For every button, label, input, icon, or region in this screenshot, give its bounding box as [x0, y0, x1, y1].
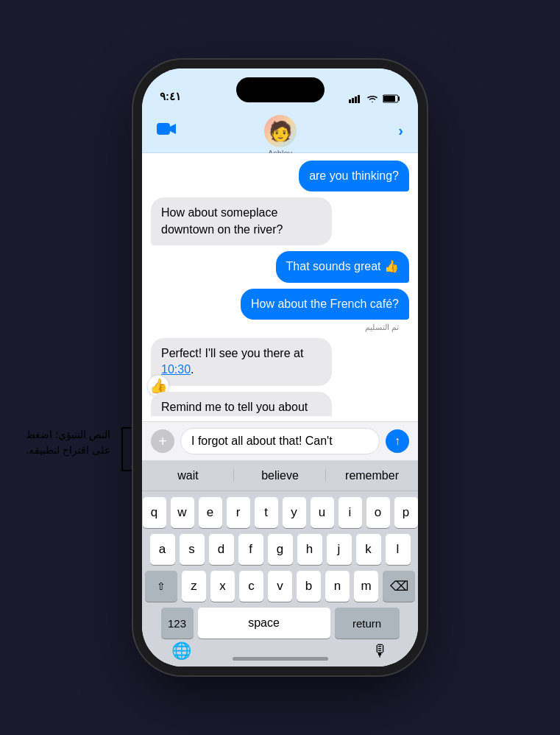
key-b[interactable]: b [297, 571, 321, 602]
keyboard-row-3: ⇧ z x c v b n m ⌫ [145, 571, 415, 602]
key-v[interactable]: v [268, 571, 292, 602]
space-key[interactable]: space [198, 608, 330, 639]
key-z[interactable]: z [182, 571, 206, 602]
battery-icon [383, 94, 400, 103]
message-bubble-remind: Remind me to tell you about our trip to … [151, 392, 332, 416]
add-icon: + [158, 433, 167, 450]
message-row: Remind me to tell you about our trip to … [151, 392, 409, 416]
annotation-label: النص التنبؤي؛ اضغط على اقتراح لتطبيقه. [26, 429, 110, 456]
key-m[interactable]: m [354, 571, 378, 602]
key-j[interactable]: j [327, 534, 352, 565]
key-l[interactable]: l [386, 534, 411, 565]
input-area: + I forgot all about that! Can't ↑ [142, 421, 418, 460]
message-text: Perfect! I'll see you there at 10:30. [161, 347, 303, 376]
message-bubble-perfect: Perfect! I'll see you there at 10:30. 👍 [151, 338, 332, 386]
message-row: That sounds great 👍 [151, 251, 409, 282]
annotation-text: النص التنبؤي؛ اضغط على اقتراح لتطبيقه. [15, 427, 110, 458]
status-time: ٩:٤١ [160, 90, 181, 103]
svg-rect-2 [355, 96, 357, 103]
home-indicator [233, 657, 328, 661]
key-e[interactable]: e [199, 497, 222, 528]
input-text: I forgot all about that! Can't [191, 435, 333, 447]
info-chevron[interactable]: › [398, 122, 403, 139]
key-x[interactable]: x [210, 571, 235, 602]
message-row: How about someplace downtown on the rive… [151, 197, 409, 245]
key-p[interactable]: p [394, 497, 418, 528]
mic-key[interactable]: 🎙 [372, 641, 389, 661]
send-icon: ↑ [394, 435, 400, 448]
delivered-status: تم التسليم [151, 323, 409, 332]
message-row: are you thinking? [151, 161, 409, 191]
svg-rect-0 [349, 99, 351, 103]
key-y[interactable]: y [283, 497, 306, 528]
message-text: are you thinking? [309, 169, 399, 182]
keyboard-row-4: 123 space return [145, 608, 415, 639]
key-k[interactable]: k [356, 534, 381, 565]
message-text: How about someplace downtown on the rive… [161, 206, 283, 235]
message-row: Perfect! I'll see you there at 10:30. 👍 [151, 338, 409, 386]
emoji-key[interactable]: 🌐 [171, 641, 191, 661]
message-bubble-outgoing: are you thinking? [299, 161, 409, 191]
keyboard-row-1: q w e r t y u i o p [145, 497, 415, 528]
signal-icon [349, 94, 362, 103]
numbers-key[interactable]: 123 [161, 608, 194, 639]
add-attachment-button[interactable]: + [151, 429, 174, 453]
delete-key[interactable]: ⌫ [383, 571, 415, 602]
key-d[interactable]: d [209, 534, 234, 565]
status-icons [349, 94, 400, 103]
key-a[interactable]: a [150, 534, 175, 565]
phone-frame: ٩:٤١ [142, 68, 418, 667]
contact-header[interactable]: 🧑 Ashley [264, 115, 297, 158]
key-n[interactable]: n [325, 571, 350, 602]
keyboard-bottom-bar: 🌐 🎙 [142, 641, 418, 667]
key-q[interactable]: q [143, 497, 166, 528]
message-bubble-outgoing-sounds-great: That sounds great 👍 [276, 251, 409, 282]
key-h[interactable]: h [297, 534, 322, 565]
key-c[interactable]: c [239, 571, 263, 602]
predictive-word-3[interactable]: remember [326, 463, 418, 488]
key-r[interactable]: r [227, 497, 250, 528]
svg-rect-6 [157, 123, 170, 135]
message-input[interactable]: I forgot all about that! Can't [180, 428, 380, 454]
video-call-button[interactable] [157, 122, 177, 141]
keyboard-row-2: a s d f g h j k l [145, 534, 415, 565]
key-f[interactable]: f [238, 534, 263, 565]
key-i[interactable]: i [339, 497, 362, 528]
message-text: How about the French café? [251, 298, 399, 310]
return-key[interactable]: return [335, 608, 400, 639]
shift-key[interactable]: ⇧ [145, 571, 177, 602]
messages-area: are you thinking? How about someplace do… [142, 153, 418, 416]
key-o[interactable]: o [366, 497, 390, 528]
message-text: Remind me to tell you about our trip to … [161, 401, 308, 416]
key-u[interactable]: u [311, 497, 334, 528]
time-link[interactable]: 10:30 [161, 363, 191, 376]
svg-rect-1 [352, 98, 354, 103]
key-g[interactable]: g [268, 534, 293, 565]
predictive-word-1[interactable]: wait [142, 463, 234, 488]
send-button[interactable]: ↑ [386, 429, 409, 453]
message-bubble-outgoing-cafe: How about the French café? [241, 289, 409, 320]
message-text: That sounds great 👍 [286, 260, 399, 272]
dynamic-island [236, 77, 325, 102]
message-header: 🧑 Ashley › [142, 109, 418, 153]
scene: النص التنبؤي؛ اضغط على اقتراح لتطبيقه. ٩… [0, 0, 560, 735]
predictive-bar: wait believe remember [142, 460, 418, 491]
predictive-word-2[interactable]: believe [234, 463, 326, 488]
wifi-icon [366, 94, 378, 103]
key-w[interactable]: w [171, 497, 194, 528]
annotation-bracket [121, 427, 136, 471]
key-s[interactable]: s [180, 534, 205, 565]
message-row: How about the French café? [151, 289, 409, 320]
svg-rect-3 [358, 95, 360, 103]
keyboard: q w e r t y u i o p a s d f g h j k [142, 491, 418, 667]
contact-avatar: 🧑 [264, 115, 297, 147]
key-t[interactable]: t [255, 497, 278, 528]
svg-rect-5 [383, 96, 395, 102]
message-bubble-incoming: How about someplace downtown on the rive… [151, 197, 332, 245]
